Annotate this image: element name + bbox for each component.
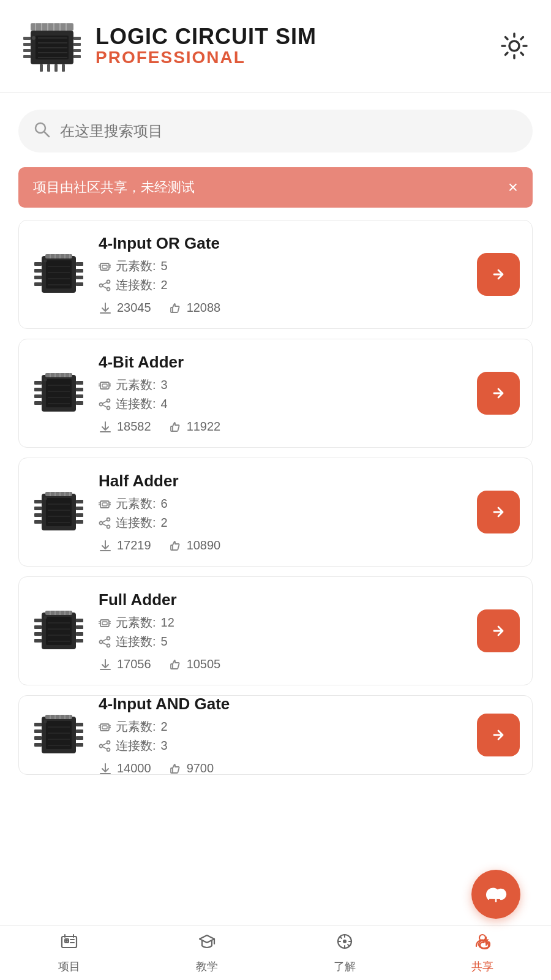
search-input[interactable] [60,123,518,140]
svg-rect-102 [76,500,83,503]
elements-label: 元素数: [116,496,156,512]
card-item: 4-Bit Adder 元素数: 3 [18,339,533,448]
svg-point-123 [100,521,103,524]
likes-value: 12088 [187,301,221,315]
card-meta: 元素数: 2 连接数: 3 [99,718,465,754]
download-icon [99,420,112,434]
elements-icon [99,379,111,391]
svg-point-189 [100,744,103,747]
svg-point-125 [107,525,110,528]
svg-rect-67 [34,394,42,398]
settings-button[interactable] [496,28,533,64]
svg-rect-144 [45,611,72,615]
chip-thumbnail [31,603,86,658]
svg-line-94 [102,405,107,407]
card-open-button[interactable] [477,253,520,296]
nav-item-learn[interactable]: 教学 [138,925,276,980]
svg-line-193 [102,747,107,749]
svg-point-57 [100,284,103,287]
svg-rect-7 [73,43,81,46]
connections-meta: 连接数: 2 [99,514,465,531]
search-area [0,92,551,153]
svg-point-190 [107,741,110,744]
search-box [18,110,533,153]
card-meta: 元素数: 3 连接数: 4 [99,377,465,412]
upload-fab-button[interactable] [471,870,520,919]
svg-point-90 [100,402,103,405]
svg-line-210 [340,937,342,939]
card-open-button[interactable] [477,714,520,756]
svg-line-192 [102,743,107,745]
svg-rect-9 [73,55,81,58]
card-open-button[interactable] [477,491,520,533]
svg-rect-177 [45,715,72,719]
svg-line-93 [102,401,107,404]
svg-rect-98 [34,500,42,503]
elements-icon [99,498,111,510]
svg-rect-117 [100,501,109,508]
connections-meta: 连接数: 2 [99,277,465,293]
svg-rect-134 [34,639,42,643]
nav-item-projects[interactable]: 项目 [0,925,138,980]
card-info: 4-Input OR Gate 元素数: 5 [99,234,465,315]
svg-rect-97 [46,498,72,526]
chip-thumbnail [31,707,86,763]
svg-rect-151 [102,622,107,625]
card-title: 4-Input AND Gate [99,695,465,714]
svg-point-139 [44,616,47,619]
svg-line-127 [102,524,107,526]
svg-rect-68 [34,401,42,405]
elements-label: 元素数: [116,718,156,735]
svg-rect-103 [76,507,83,510]
svg-line-159 [102,639,107,641]
elements-meta: 元素数: 5 [99,258,465,274]
svg-rect-52 [102,265,107,268]
card-info: 4-Input AND Gate 元素数: 2 [99,695,465,775]
nav-label-learn: 教学 [196,959,218,974]
connections-icon [99,279,111,292]
svg-point-92 [107,406,110,409]
svg-rect-132 [34,625,42,629]
svg-line-60 [102,282,107,285]
elements-meta: 元素数: 12 [99,614,465,631]
arrow-right-icon [488,502,509,522]
chip-thumbnail [31,366,86,421]
connections-label: 连接数: [116,514,156,531]
nav-item-share[interactable]: 共享 [413,925,551,980]
connections-value: 4 [161,397,168,411]
chip-thumbnail [31,247,86,302]
elements-value: 3 [161,378,168,392]
svg-point-124 [107,518,110,521]
svg-rect-72 [76,401,83,405]
arrow-right-icon [488,264,509,285]
card-open-button[interactable] [477,609,520,652]
svg-rect-85 [102,384,107,387]
logo-area: LOGIC CIRCUIT SIM PROFESSIONAL [18,12,317,80]
nav-item-explore[interactable]: 了解 [276,925,413,980]
svg-rect-4 [23,49,31,52]
connections-icon [99,636,111,648]
elements-meta: 元素数: 2 [99,718,465,735]
share-icon [473,932,492,956]
elements-value: 2 [161,720,168,734]
banner-close-button[interactable]: × [508,179,518,196]
card-title: Full Adder [99,590,465,609]
connections-value: 2 [161,278,168,292]
elements-meta: 元素数: 3 [99,377,465,393]
card-open-button[interactable] [477,372,520,415]
bottom-nav: 项目 教学 了解 [0,925,551,980]
svg-rect-34 [34,276,42,279]
card-info: 4-Bit Adder 元素数: 3 [99,353,465,434]
likes-stat: 9700 [168,761,214,775]
svg-rect-118 [102,503,107,506]
card-stats: 17219 10890 [99,538,465,552]
downloads-stat: 17219 [99,538,151,552]
elements-icon [99,617,111,629]
svg-line-61 [102,286,107,288]
card-title: Half Adder [99,472,465,491]
thumbs-up-icon [168,539,182,552]
svg-rect-150 [100,620,109,627]
svg-point-28 [36,123,45,133]
elements-label: 元素数: [116,258,156,274]
elements-value: 12 [161,616,174,630]
